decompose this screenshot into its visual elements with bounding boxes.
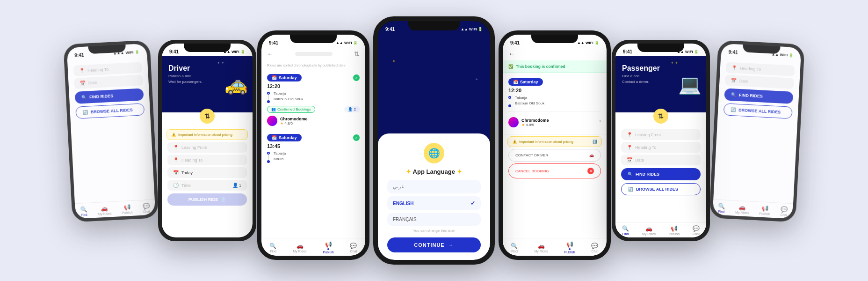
driver-avatar — [508, 117, 519, 127]
find-rides-btn[interactable]: 🔍 FIND RIDES — [621, 168, 701, 180]
browse-icon: 🔄 — [731, 107, 736, 112]
ride-card-2[interactable]: 📅 Saturday ✓ 13:45 Tabarja Koura — [261, 130, 365, 167]
main-layout: 9:41 ▲▲▲ WiFi 🔋 📍 Heading To 📅 Date — [0, 0, 868, 281]
date-input[interactable]: 📅 Today — [167, 167, 247, 178]
screen: 9:41 ▲▲ WiFi 🔋 ← ⇅ Rides are sorted chro… — [261, 35, 365, 256]
nav-publish[interactable]: 📢 Publish — [564, 241, 575, 254]
browse-icon: 🔄 — [83, 110, 88, 115]
checkmark-icon: ✓ — [470, 200, 475, 207]
sort-icon[interactable]: ⇅ — [354, 50, 360, 58]
driver-title: Driver — [168, 64, 246, 73]
check-icon: ✅ — [508, 64, 514, 69]
chevron-right-icon: › — [599, 118, 601, 124]
screen: 9:41 ▲▲▲ WiFi 🔋 📍 Heading To 📅 Date — [67, 44, 156, 219]
nav-my-rides[interactable]: 🚗 My Rides — [98, 205, 112, 215]
nav-chat[interactable]: 💬 Chat — [591, 243, 598, 253]
ride-card-1[interactable]: 📅 Saturday ✓ 12:20 Tabarja Batroun Old S… — [261, 70, 365, 130]
browse-icon: 🔄 — [628, 187, 633, 192]
screen: 9:41 ▲▲ WiFi 🔋 ← ✅ This booking is confi… — [503, 35, 607, 256]
back-button[interactable]: ← — [267, 50, 274, 58]
person-icon: 👤 — [348, 107, 353, 111]
bottom-nav: 🔍 Find 🚗 My Rides 📢 Publish 💬 Chat — [713, 199, 793, 219]
search-icon: 🔍 — [81, 95, 87, 100]
continue-button[interactable]: CONTINUE → — [387, 237, 481, 252]
phone-search-right-top: 9:41 ▲▲ WiFi 🔋 📍 Heading To 📅 Date 🔍 — [709, 40, 805, 222]
find-rides-btn[interactable]: 🔍 FIND RIDES — [74, 88, 144, 104]
find-rides-btn[interactable]: 🔍 FIND RIDES — [724, 88, 793, 104]
nav-find[interactable]: 🔍 Find — [80, 206, 87, 217]
rating: ★ 4.8/5 — [280, 121, 308, 126]
screen: 9:41 ▲▲ WiFi 🔋 Driver Publish a ride. Wa… — [162, 44, 253, 237]
nav-publish[interactable]: 📢 Publish — [669, 225, 680, 236]
browse-rides-btn[interactable]: 🔄 BROWSE ALL RIDES — [75, 103, 145, 119]
location-icon: 📍 — [79, 68, 85, 74]
driver-hero: Driver Publish a ride. Wait for passenge… — [162, 56, 253, 112]
day-badge-2: 📅 Saturday — [267, 134, 302, 141]
modal-title: ✦ App Language ✦ — [387, 168, 481, 175]
contact-driver-btn[interactable]: CONTACT DRIVER 🚗 — [508, 149, 601, 162]
cancel-icon: ✕ — [587, 168, 594, 174]
cancel-booking-btn[interactable]: CANCEL BOOKING ✕ — [508, 163, 601, 178]
heading-to-input[interactable]: 📍 Heading To — [621, 142, 701, 153]
driver-info-row[interactable]: Chromodome ★ 4.8/5 › — [508, 111, 601, 130]
publish-btn[interactable]: PUBLISH RIDE 👤 — [167, 193, 247, 206]
back-button[interactable]: ← — [508, 50, 515, 58]
nav-chat[interactable]: 💬 Chat — [780, 206, 788, 217]
nav-find[interactable]: 🔍 Find — [622, 225, 629, 236]
nav-chat[interactable]: 💬 Chat — [143, 203, 150, 214]
phone-booking-confirmed: 9:41 ▲▲ WiFi 🔋 ← ✅ This booking is confi… — [499, 30, 611, 260]
language-globe-icon: 🌐 — [424, 143, 444, 163]
calendar-icon: 📅 — [173, 170, 179, 175]
heading-to-input[interactable]: 📍 Heading To — [167, 155, 247, 165]
list-header: ← ⇅ — [261, 47, 365, 60]
driver-icon: 🚗 — [589, 153, 594, 157]
nav-my-rides[interactable]: 🚗 My Rides — [735, 204, 749, 214]
back-header: ← — [503, 47, 607, 60]
bottom-nav: 🔍 Find 🚗 My Rides 📢 Publish 💬 Chat — [503, 238, 607, 256]
ride-time-2: 13:45 — [267, 143, 360, 149]
nav-chat[interactable]: 💬 Chat — [693, 225, 700, 236]
search-icon: 🔍 — [731, 92, 737, 97]
date-input[interactable]: 📅 Date — [74, 74, 143, 89]
date-input[interactable]: 📅 Date — [725, 74, 794, 89]
phone-search-left-top: 9:41 ▲▲▲ WiFi 🔋 📍 Heading To 📅 Date — [63, 40, 159, 222]
nav-find[interactable]: 🔍 Find — [269, 243, 276, 253]
calendar-icon: 📅 — [80, 81, 86, 86]
nav-my-rides[interactable]: 🚗 My Rides — [534, 243, 548, 253]
phone-passenger: 9:41 ▲▲ WiFi 🔋 Passenger Find a ride. Co… — [612, 40, 710, 241]
lang-option-arabic[interactable]: عربي — [387, 180, 481, 193]
calendar-icon: 📅 — [627, 157, 632, 163]
notch — [184, 44, 231, 52]
search-icon: 🔍 — [628, 172, 633, 177]
lang-option-french[interactable]: FRANÇAIS — [387, 213, 481, 226]
nav-publish[interactable]: 📢 Publish — [122, 204, 133, 214]
notch — [531, 35, 578, 43]
leaving-from-input[interactable]: 📍 Leaving From — [621, 129, 701, 140]
pricing-warning: ⚠️ Important information about pricing — [166, 129, 248, 140]
ride-time-1: 12:20 — [267, 83, 360, 89]
nav-publish[interactable]: 📢 Publish — [759, 205, 770, 216]
center-content: 9:41 ▲▲ WiFi 🔋 bala benzine بلا بنزين ✦ … — [378, 21, 490, 260]
nav-find[interactable]: 🔍 Find — [718, 203, 725, 214]
lang-option-english[interactable]: ENGLISH ✓ — [387, 196, 481, 210]
heading-to-input[interactable]: 📍 Heading To — [73, 62, 143, 76]
phone-rides-list: 9:41 ▲▲ WiFi 🔋 ← ⇅ Rides are sorted chro… — [257, 30, 369, 260]
search-content-right: 📍 Heading To 📅 Date 🔍 FIND RIDES 🔄 — [717, 56, 801, 125]
passenger-subtitle-1: Find a ride. — [622, 74, 700, 78]
nav-my-rides[interactable]: 🚗 My Rides — [293, 243, 306, 253]
swap-icon[interactable]: ⇅ — [653, 109, 668, 124]
heading-to-input[interactable]: 📍 Heading To — [725, 62, 795, 76]
warning-icon: ⚠️ — [172, 133, 176, 137]
person-icon: 👤 — [232, 183, 238, 188]
location-icon-2: 📍 — [627, 145, 632, 150]
nav-publish[interactable]: 📢 Publish — [323, 241, 334, 254]
time-passengers-input[interactable]: 🕐 Time 👤 1 — [167, 180, 247, 191]
browse-btn[interactable]: 🔄 BROWSE ALL RIDES — [723, 103, 793, 119]
leaving-from-input[interactable]: 📍 Leaving From — [167, 142, 247, 153]
nav-find[interactable]: 🔍 Find — [511, 243, 518, 253]
date-input[interactable]: 📅 Date — [621, 155, 701, 165]
nav-chat[interactable]: 💬 Chat — [350, 243, 357, 253]
browse-btn[interactable]: 🔄 BROWSE ALL RIDES — [621, 183, 701, 195]
swap-icon[interactable]: ⇅ — [200, 109, 215, 124]
nav-my-rides[interactable]: 🚗 My Rides — [642, 225, 656, 236]
